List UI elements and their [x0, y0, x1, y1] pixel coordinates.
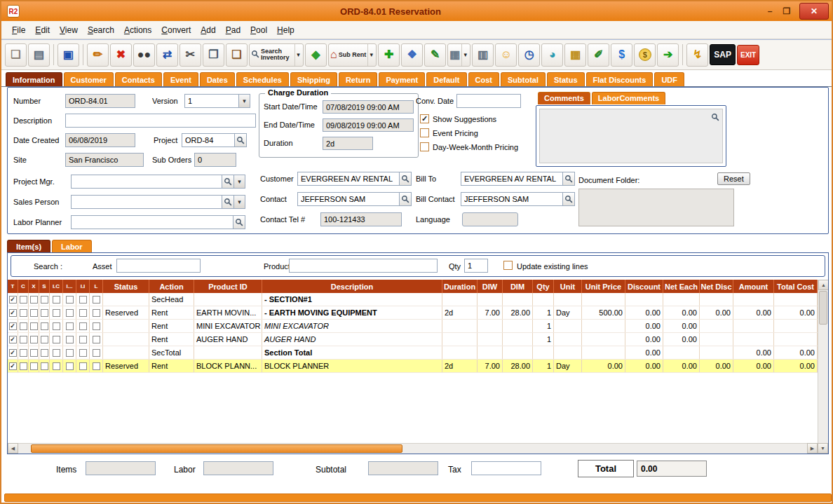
grid-cell[interactable]: Day: [554, 306, 582, 319]
row-check-cell[interactable]: [50, 306, 63, 319]
grid-cell[interactable]: [663, 346, 700, 359]
sap-button[interactable]: SAP: [710, 44, 736, 65]
checkbox-icon[interactable]: [53, 362, 60, 370]
grid-cell[interactable]: 0.00: [663, 306, 700, 319]
sales-person-search-icon[interactable]: [222, 195, 234, 209]
checkbox-icon[interactable]: [9, 336, 17, 343]
find-binoculars-icon[interactable]: ●●: [133, 43, 155, 67]
checkbox-icon[interactable]: [93, 296, 100, 304]
row-check-cell[interactable]: [63, 306, 76, 319]
checkbox-icon[interactable]: [20, 336, 27, 343]
row-check-cell[interactable]: [29, 346, 39, 359]
row-check-cell[interactable]: [50, 360, 63, 372]
vertical-scroll-track[interactable]: [818, 290, 828, 443]
grid-cell[interactable]: 0.00: [625, 333, 663, 346]
edit-pencil-icon[interactable]: ✏: [87, 43, 109, 67]
grid-cell[interactable]: [554, 293, 582, 306]
language-field[interactable]: [462, 212, 518, 226]
menu-edit[interactable]: Edit: [30, 22, 55, 38]
grid-cell[interactable]: 1: [533, 306, 554, 319]
checkbox-icon[interactable]: [9, 349, 17, 357]
tax-field[interactable]: [471, 461, 541, 475]
checkbox-icon[interactable]: [41, 362, 48, 370]
tab-information[interactable]: Information: [6, 72, 62, 86]
grid-col-diw[interactable]: DIW: [478, 280, 503, 293]
grid-cell[interactable]: 0.00: [663, 360, 700, 372]
grid-col-duration[interactable]: Duration: [442, 280, 478, 293]
row-check-cell[interactable]: [29, 360, 39, 372]
bill-to-search-icon[interactable]: [562, 172, 575, 186]
grid-cell[interactable]: [700, 346, 733, 359]
row-check-cell[interactable]: [8, 306, 18, 319]
grid-cell[interactable]: Section Total: [262, 346, 442, 359]
row-check-cell[interactable]: [8, 333, 18, 346]
checkbox-icon[interactable]: [53, 309, 60, 317]
grid-cell[interactable]: MINI EXCAVATOR: [262, 320, 442, 332]
grid-cell[interactable]: 7.00: [478, 306, 503, 319]
grid-cell[interactable]: [774, 320, 818, 332]
row-check-cell[interactable]: [29, 293, 39, 306]
database-cube-icon[interactable]: ▦: [564, 43, 586, 67]
update-existing-checkbox[interactable]: [503, 261, 513, 270]
row-check-cell[interactable]: [39, 306, 50, 319]
reset-button[interactable]: Reset: [717, 172, 750, 185]
tab-cost[interactable]: Cost: [468, 72, 499, 86]
comments-textarea[interactable]: [539, 109, 723, 163]
grid-cell[interactable]: BLOCK PLANNER: [262, 360, 442, 372]
grid-col-net-each[interactable]: Net Each: [663, 280, 700, 293]
customer-search-icon[interactable]: [399, 172, 412, 186]
grid-cell[interactable]: [503, 333, 533, 346]
smiley-icon[interactable]: ☺: [495, 43, 517, 67]
row-check-cell[interactable]: [90, 333, 103, 346]
project-mgr-dropdown-icon[interactable]: [233, 175, 245, 189]
show-suggestions-checkbox[interactable]: Show Suggestions: [420, 114, 496, 123]
grid-col-c[interactable]: C: [18, 280, 29, 293]
grid-cell[interactable]: SecTotal: [149, 346, 194, 359]
grid-cell[interactable]: [103, 346, 149, 359]
end-datetime-field[interactable]: [323, 118, 414, 132]
delete-icon[interactable]: ✖: [110, 43, 132, 67]
grid-cell[interactable]: [733, 293, 774, 306]
row-check-cell[interactable]: [90, 360, 103, 372]
grid-cell[interactable]: [194, 293, 262, 306]
grid-cell[interactable]: [503, 293, 533, 306]
checkbox-icon[interactable]: [20, 322, 27, 330]
horizontal-scrollbar[interactable]: [8, 443, 828, 454]
checkbox-icon[interactable]: [66, 362, 74, 370]
grid-cell[interactable]: AUGER HAND: [262, 333, 442, 346]
flash-icon[interactable]: ↯: [686, 43, 708, 67]
grid-row[interactable]: ReservedRentEARTH MOVIN...- EARTH MOVING…: [8, 306, 818, 320]
grid-cell[interactable]: 0.00: [733, 360, 774, 372]
grid-cell[interactable]: BLOCK PLANN...: [194, 360, 262, 372]
checkbox-icon[interactable]: [66, 322, 74, 330]
menu-view[interactable]: View: [55, 22, 83, 38]
row-check-cell[interactable]: [8, 320, 18, 332]
version-field[interactable]: [184, 94, 239, 108]
grid-row[interactable]: SecHead- SECTION#1: [8, 293, 818, 306]
grid-col-total-cost[interactable]: Total Cost: [774, 280, 818, 293]
row-check-cell[interactable]: [39, 320, 50, 332]
menu-add[interactable]: Add: [196, 22, 220, 38]
conv-date-field[interactable]: [456, 94, 521, 108]
note-edit-icon[interactable]: ✎: [424, 43, 446, 67]
grid-col-ii[interactable]: I.I: [76, 280, 90, 293]
checkbox-icon[interactable]: [41, 349, 48, 357]
row-check-cell[interactable]: [76, 306, 90, 319]
number-field[interactable]: [65, 94, 135, 108]
grid-cell[interactable]: 2d: [442, 306, 478, 319]
save-icon[interactable]: ▣: [57, 43, 79, 67]
grid-cell[interactable]: [554, 333, 582, 346]
grid-cell[interactable]: - SECTION#1: [262, 293, 442, 306]
grid-cell[interactable]: [442, 320, 478, 332]
grid-cell[interactable]: 0.00: [700, 360, 733, 372]
grid-cell[interactable]: [582, 333, 625, 346]
menu-convert[interactable]: Convert: [156, 22, 196, 38]
grid-col-status[interactable]: Status: [103, 280, 149, 293]
grid-cell[interactable]: MINI EXCAVATOR: [194, 320, 262, 332]
grid-cell[interactable]: 0.00: [774, 346, 818, 359]
grid-cell[interactable]: [700, 333, 733, 346]
row-check-cell[interactable]: [29, 333, 39, 346]
bill-to-field[interactable]: [461, 172, 563, 186]
tab-comments[interactable]: Comments: [538, 92, 590, 104]
project-mgr-search-icon[interactable]: [222, 175, 234, 189]
